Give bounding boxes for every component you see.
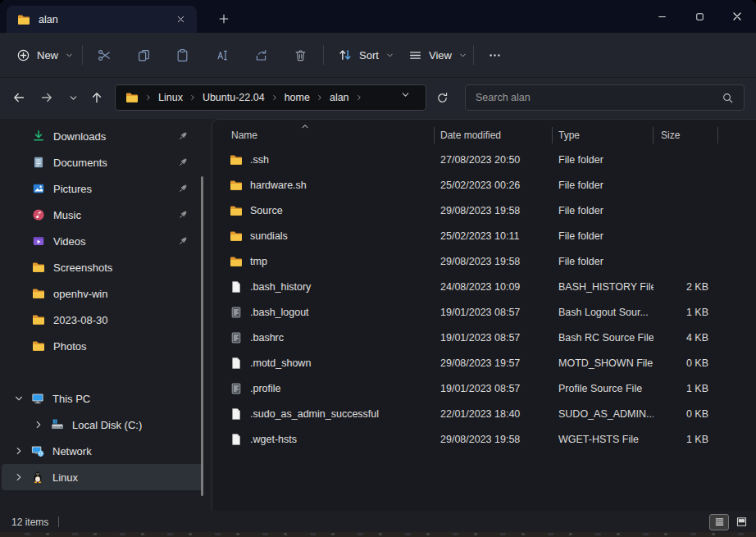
- tree-item-icon: [31, 471, 44, 484]
- sort-icon: [338, 48, 353, 62]
- tree-item-icon: [31, 392, 44, 405]
- close-button[interactable]: [718, 0, 756, 33]
- share-button[interactable]: [247, 41, 275, 69]
- sidebar-item-icon: [32, 130, 45, 143]
- sidebar-scrollbar[interactable]: [201, 176, 203, 496]
- paste-button[interactable]: [168, 41, 196, 69]
- file-type-cell: File folder: [553, 154, 654, 166]
- sidebar-item[interactable]: Music: [2, 202, 203, 228]
- table-row[interactable]: .bash_logout 19/01/2023 08:57 Bash Logou…: [212, 299, 718, 325]
- tab-close-button[interactable]: [171, 10, 190, 30]
- paste-icon: [175, 48, 189, 62]
- sidebar-item[interactable]: 2023-08-30: [2, 307, 203, 333]
- breadcrumb-segment[interactable]: alan: [330, 92, 349, 103]
- table-row[interactable]: .bashrc 19/01/2023 08:57 Bash RC Source …: [212, 325, 718, 350]
- tab-title: alan: [39, 14, 58, 25]
- tree-chevron-icon[interactable]: [13, 393, 25, 404]
- close-icon: [731, 10, 744, 23]
- search-input[interactable]: [466, 92, 722, 103]
- view-button[interactable]: View: [403, 41, 472, 69]
- explorer-tab[interactable]: alan: [7, 6, 197, 33]
- sidebar-item[interactable]: Documents: [2, 149, 203, 175]
- table-row[interactable]: sundials 25/02/2023 10:11 File folder: [212, 223, 718, 248]
- file-date-cell: 19/01/2023 08:57: [435, 307, 553, 318]
- tree-chevron-icon[interactable]: [33, 419, 44, 430]
- file-icon: [230, 433, 243, 446]
- sidebar-tree-item[interactable]: Local Disk (C:): [21, 412, 203, 438]
- chrome-area: New Sort: [0, 33, 756, 119]
- content-view-icon: [736, 516, 748, 528]
- details-view-icon: [713, 516, 726, 528]
- folder-icon: [32, 313, 45, 326]
- breadcrumb-segment[interactable]: home: [285, 92, 310, 103]
- pin-icon: [177, 209, 189, 221]
- column-header-label: Type: [558, 130, 580, 141]
- tree-chevron-icon[interactable]: [13, 471, 25, 483]
- file-icon: [230, 255, 243, 268]
- table-row[interactable]: .ssh 27/08/2023 20:50 File folder: [212, 147, 718, 172]
- table-row[interactable]: Source 29/08/2023 19:58 File folder: [212, 198, 718, 223]
- sidebar-item[interactable]: Screenshots: [2, 254, 203, 280]
- cut-button[interactable]: [90, 41, 118, 69]
- sidebar-item[interactable]: Photos: [2, 333, 203, 359]
- file-size-cell: 1 KB: [654, 307, 718, 318]
- sort-button[interactable]: Sort: [333, 41, 399, 69]
- minimize-button[interactable]: [643, 0, 681, 33]
- plus-circle-icon: [16, 48, 30, 62]
- rename-button[interactable]: [207, 41, 235, 69]
- large-icons-view-button[interactable]: [731, 514, 751, 530]
- breadcrumb-segment[interactable]: Linux: [158, 92, 183, 103]
- sidebar-tree-item[interactable]: Linux: [2, 464, 203, 490]
- delete-button[interactable]: [286, 41, 314, 69]
- recent-locations-button[interactable]: [61, 85, 85, 110]
- file-name: .motd_shown: [250, 357, 311, 369]
- column-header-size[interactable]: Size: [654, 124, 718, 147]
- file-type-cell: MOTD_SHOWN File: [553, 357, 654, 369]
- new-button[interactable]: New: [11, 41, 79, 69]
- toolbar-separator: [323, 45, 324, 65]
- tree-chevron-icon[interactable]: [13, 445, 25, 457]
- sidebar-tree-item[interactable]: Network: [2, 438, 203, 464]
- column-header-type[interactable]: Type: [553, 124, 654, 147]
- file-name-cell: Source: [212, 204, 435, 217]
- search-icon[interactable]: [722, 92, 734, 104]
- chevron-down-icon: [400, 89, 411, 100]
- sidebar-item[interactable]: Pictures: [2, 175, 203, 202]
- file-name: hardware.sh: [250, 180, 307, 191]
- tree-item-icon: [51, 418, 64, 431]
- details-view-button[interactable]: [709, 514, 729, 530]
- table-row[interactable]: .bash_history 24/08/2023 10:09 BASH_HIST…: [212, 274, 718, 299]
- column-header-name[interactable]: Name: [212, 124, 435, 147]
- share-icon: [254, 48, 268, 62]
- more-options-button[interactable]: [480, 41, 508, 69]
- breadcrumb[interactable]: Linux Ubuntu-22.04 home alan: [115, 84, 426, 111]
- file-explorer-window: alan New: [0, 0, 756, 533]
- copy-button[interactable]: [130, 41, 157, 69]
- sidebar-item-label: Documents: [53, 157, 107, 169]
- sidebar-tree-item[interactable]: This PC: [2, 385, 203, 412]
- sidebar-item-label: Screenshots: [53, 262, 112, 274]
- table-row[interactable]: .wget-hsts 29/08/2023 19:58 WGET-HSTS Fi…: [212, 426, 718, 452]
- table-row[interactable]: tmp 29/08/2023 19:58 File folder: [212, 248, 718, 274]
- forward-button[interactable]: [34, 85, 59, 110]
- refresh-button[interactable]: [430, 85, 454, 110]
- sidebar-item[interactable]: Videos: [2, 228, 203, 254]
- table-row[interactable]: hardware.sh 25/02/2023 00:26 File folder: [212, 172, 718, 198]
- plus-icon: [218, 13, 230, 25]
- new-tab-button[interactable]: [213, 9, 235, 29]
- breadcrumb-segment[interactable]: Ubuntu-22.04: [203, 92, 265, 103]
- column-header-date[interactable]: Date modified: [435, 124, 553, 147]
- sidebar-item[interactable]: Downloads: [2, 123, 203, 149]
- file-icon: [230, 204, 243, 217]
- back-button[interactable]: [7, 85, 31, 110]
- table-row[interactable]: .profile 19/01/2023 08:57 Profile Source…: [212, 375, 718, 401]
- folder-icon: [17, 13, 30, 26]
- maximize-button[interactable]: [681, 0, 718, 33]
- table-row[interactable]: .motd_shown 29/08/2023 19:57 MOTD_SHOWN …: [212, 350, 718, 375]
- sidebar-item[interactable]: openhv-win: [2, 280, 203, 307]
- chevron-down-icon: [68, 93, 79, 103]
- up-button[interactable]: [84, 85, 109, 110]
- address-dropdown-button[interactable]: [400, 89, 411, 100]
- table-row[interactable]: .sudo_as_admin_successful 22/01/2023 18:…: [212, 401, 718, 426]
- status-bar: 12 items: [0, 511, 756, 533]
